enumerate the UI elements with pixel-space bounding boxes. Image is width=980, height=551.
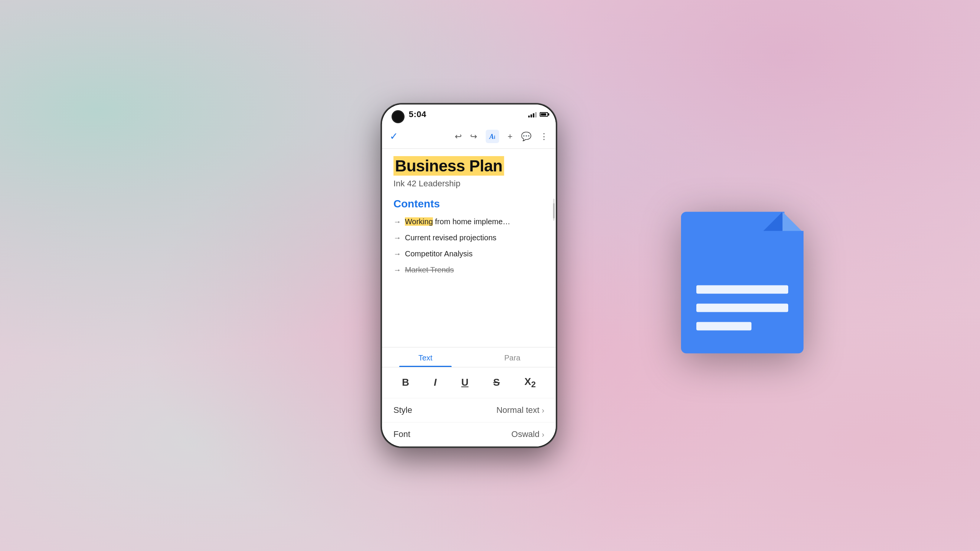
battery-fill	[541, 113, 546, 116]
signal-bar-3	[533, 113, 534, 117]
gdocs-icon-fold	[782, 212, 804, 233]
bold-button[interactable]: B	[398, 374, 413, 391]
panel-tabs: Text Para	[382, 347, 556, 367]
google-docs-icon	[681, 212, 804, 354]
add-button[interactable]: +	[508, 132, 513, 142]
font-value-text: Oswald	[511, 429, 539, 439]
comment-button[interactable]: 💬	[521, 132, 531, 142]
text-format-sublabel: i	[494, 134, 495, 140]
document-title: Business Plan	[394, 156, 504, 176]
phone-frame: 5:04 ✓ ↩	[381, 103, 557, 448]
style-value[interactable]: Normal text ›	[497, 405, 544, 415]
status-icons	[528, 111, 548, 117]
document-content: Business Plan Ink 42 Leadership Contents…	[382, 149, 556, 347]
format-buttons-row: B I U S X2	[382, 367, 556, 398]
arrow-icon: →	[394, 232, 401, 243]
chevron-right-icon: ›	[542, 406, 544, 415]
phone-screen: 5:04 ✓ ↩	[382, 104, 556, 447]
list-item: → Current revised projections	[394, 232, 544, 243]
text-format-label: A	[489, 133, 494, 140]
list-item: → Competitor Analysis	[394, 248, 544, 259]
status-bar: 5:04	[382, 104, 556, 124]
document-section-contents: Contents	[394, 198, 544, 210]
scrollbar-thumb	[553, 203, 555, 218]
chevron-right-icon: ›	[542, 430, 544, 439]
list-item: → Working from home impleme…	[394, 216, 544, 227]
gdocs-icon-body	[681, 231, 804, 354]
gdocs-icon-line-1	[696, 285, 788, 294]
battery-icon	[540, 112, 548, 117]
signal-bar-2	[531, 114, 532, 117]
document-subtitle: Ink 42 Leadership	[394, 179, 544, 189]
font-setting-row[interactable]: Font Oswald ›	[382, 422, 556, 447]
signal-bar-4	[535, 112, 537, 117]
highlighted-word: Working	[405, 217, 433, 226]
style-value-text: Normal text	[497, 405, 539, 415]
gdocs-icon-line-3	[696, 322, 751, 331]
tab-text[interactable]: Text	[382, 347, 469, 367]
redo-button[interactable]: ↪	[470, 132, 477, 142]
tab-paragraph-label: Para	[504, 354, 520, 362]
check-button[interactable]: ✓	[390, 130, 398, 142]
status-time: 5:04	[409, 109, 426, 119]
phone-wrapper: 5:04 ✓ ↩	[381, 103, 557, 448]
bottom-panel: Text Para B I U S X2 Style	[382, 347, 556, 447]
tab-text-label: Text	[418, 354, 433, 362]
underline-button[interactable]: U	[457, 374, 472, 391]
camera-hole	[393, 111, 403, 122]
list-item-text-strikethrough: Market Trends	[405, 264, 454, 275]
strikethrough-button[interactable]: S	[489, 374, 503, 391]
arrow-icon: →	[394, 264, 401, 275]
more-button[interactable]: ⋮	[540, 132, 548, 142]
font-value[interactable]: Oswald ›	[511, 429, 544, 439]
list-item: → Market Trends	[394, 264, 544, 275]
toolbar: ✓ ↩ ↪ Ai + 💬 ⋮	[382, 124, 556, 149]
undo-button[interactable]: ↩	[455, 132, 462, 142]
font-label: Font	[394, 429, 410, 439]
scrollbar[interactable]	[553, 199, 555, 221]
gdocs-icon-line-2	[696, 304, 788, 312]
subscript-button[interactable]: X2	[521, 373, 539, 392]
italic-button[interactable]: I	[430, 374, 440, 391]
toolbar-icons: ↩ ↪ Ai + 💬 ⋮	[455, 130, 548, 143]
signal-icon	[528, 111, 537, 117]
list-item-text: Working from home impleme…	[405, 216, 510, 227]
document-title-container: Business Plan	[394, 156, 544, 176]
signal-bar-1	[528, 116, 530, 117]
style-setting-row[interactable]: Style Normal text ›	[382, 398, 556, 422]
list-item-text: Current revised projections	[405, 232, 497, 243]
arrow-icon: →	[394, 216, 401, 227]
gdocs-icon-lines	[696, 285, 788, 331]
list-item-text: Competitor Analysis	[405, 248, 473, 259]
arrow-icon: →	[394, 248, 401, 259]
style-label: Style	[394, 405, 412, 415]
tab-paragraph[interactable]: Para	[469, 347, 556, 367]
text-format-button[interactable]: Ai	[485, 130, 499, 143]
gdocs-icon-fold-shadow	[761, 212, 782, 233]
